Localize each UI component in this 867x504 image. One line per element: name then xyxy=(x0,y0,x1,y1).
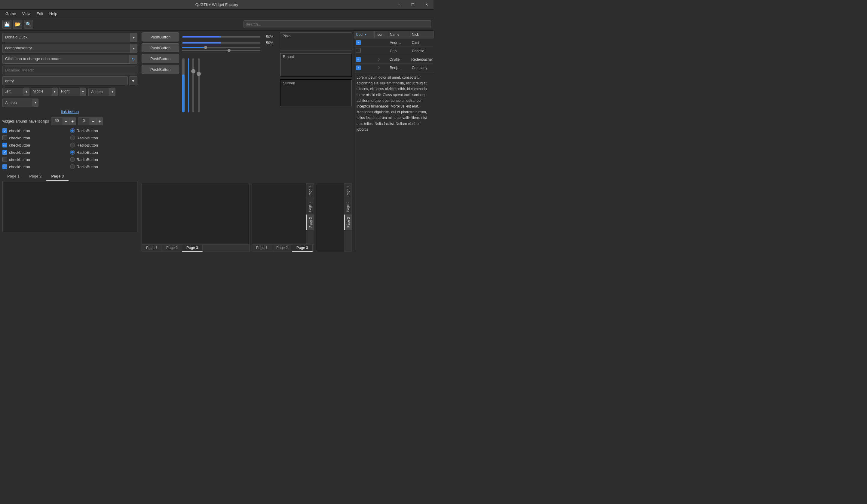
nb2-vtab-page3[interactable]: Page 3 xyxy=(306,215,314,230)
menu-view[interactable]: View xyxy=(19,10,33,17)
checkbox-3-box xyxy=(2,143,7,147)
h-slider-row-3 xyxy=(182,47,277,48)
nb1-tab-page2[interactable]: Page 2 xyxy=(162,244,182,252)
frame-sunken: Sunken xyxy=(280,79,352,106)
spinner1-minus[interactable]: − xyxy=(63,118,69,125)
radio-5[interactable]: RadioButton xyxy=(70,156,138,163)
radio-6-label: RadioButton xyxy=(77,165,98,169)
checkbox-2-box xyxy=(2,135,7,140)
th-icon[interactable]: Icon xyxy=(375,31,388,38)
td-cool-1 xyxy=(354,40,375,45)
lorem-text-area: Lorem ipsum dolor sit amet, consectetur … xyxy=(354,72,434,252)
cell-checkbox-3[interactable] xyxy=(356,57,361,62)
h-slider-fill-1 xyxy=(182,36,221,37)
checkbox-5-box xyxy=(2,157,7,162)
radio-1-label: RadioButton xyxy=(77,129,98,133)
frame-raised-label: Raised xyxy=(283,55,294,59)
entry-input[interactable] xyxy=(2,76,128,85)
td-name-4: Benj… xyxy=(388,66,410,70)
combo-donald[interactable]: Donald Duck xyxy=(2,33,130,42)
notebook-2-content xyxy=(252,183,306,244)
save-button[interactable]: 💾 xyxy=(2,20,11,29)
spinner2-minus[interactable]: − xyxy=(90,118,96,125)
spinner1-plus[interactable]: + xyxy=(69,118,76,125)
pushbutton-1[interactable]: PushButton xyxy=(142,32,179,42)
combo-middle-value[interactable]: Middle xyxy=(31,88,52,96)
menu-game[interactable]: Game xyxy=(2,10,19,17)
v-sliders-area xyxy=(182,55,277,121)
th-name[interactable]: Name xyxy=(388,31,410,38)
tab-page2[interactable]: Page 2 xyxy=(24,172,46,181)
nb1-tab-page1[interactable]: Page 1 xyxy=(142,244,162,252)
center-panel: PushButton PushButton PushButton PushBut… xyxy=(140,31,354,252)
link-button[interactable]: link button xyxy=(2,108,137,115)
nb2-tab-page1[interactable]: Page 1 xyxy=(252,244,272,252)
h-slider-fill-4 xyxy=(182,50,229,51)
checkbox-6[interactable]: checkbutton xyxy=(2,164,70,170)
combo-middle-arrow[interactable]: ▼ xyxy=(52,88,58,96)
echo-input[interactable]: Click icon to change echo mode xyxy=(2,55,129,64)
right-panel: Cool ▼ Icon Name Nick Andr… Cimi xyxy=(354,31,434,252)
notebook-2: Page 1 Page 2 Page 3 Page 1 Page 2 Page … xyxy=(251,183,314,252)
nb2-vtab-page2[interactable]: Page 2 xyxy=(306,199,314,215)
v-slider-2-line xyxy=(188,58,189,112)
combo-left-arrow[interactable]: ▼ xyxy=(23,88,30,96)
nb3-vtab-page3[interactable]: Page 3 xyxy=(344,215,352,230)
cell-checkbox-4[interactable] xyxy=(356,65,361,70)
combo-right-value[interactable]: Right xyxy=(59,88,80,96)
combo-donald-arrow[interactable]: ▼ xyxy=(130,33,137,42)
checkbox-1[interactable]: checkbutton xyxy=(2,128,70,134)
h-slider-track-3 xyxy=(182,47,260,48)
spinner2-plus[interactable]: + xyxy=(96,118,103,125)
nb2-tab-page3[interactable]: Page 3 xyxy=(292,244,313,252)
combo-andrea2-arrow[interactable]: ▼ xyxy=(32,99,39,107)
pushbutton-4[interactable]: PushButton xyxy=(142,65,179,74)
menu-help[interactable]: Help xyxy=(46,10,61,17)
checkbox-5[interactable]: checkbutton xyxy=(2,156,70,163)
combo-andrea2[interactable]: Andrea xyxy=(2,99,32,107)
tab-page3[interactable]: Page 3 xyxy=(46,172,68,181)
radio-6[interactable]: RadioButton xyxy=(70,164,138,170)
nb3-vtab-page2[interactable]: Page 2 xyxy=(344,199,352,215)
close-button[interactable]: ✕ xyxy=(420,0,434,10)
echo-button[interactable]: ↻ xyxy=(129,55,137,64)
nb3-vtab-page1[interactable]: Page 1 xyxy=(344,183,352,199)
cell-checkbox-2[interactable] xyxy=(356,48,361,53)
checkbox-3[interactable]: checkbutton xyxy=(2,142,70,148)
tab-page1[interactable]: Page 1 xyxy=(2,172,24,181)
maximize-button[interactable]: ❐ xyxy=(406,0,420,10)
search-input[interactable] xyxy=(244,20,431,28)
v-slider-3 xyxy=(192,55,194,121)
nb2-tab-page2[interactable]: Page 2 xyxy=(272,244,292,252)
combo-entry-arrow[interactable]: ▼ xyxy=(130,44,137,53)
combo-entry[interactable]: comboboxentry xyxy=(2,44,130,53)
combo-andrea1[interactable]: Andrea xyxy=(88,88,109,96)
combo-right-arrow[interactable]: ▼ xyxy=(80,88,86,96)
nb2-vtab-page1[interactable]: Page 1 xyxy=(306,183,314,199)
combo-andrea1-arrow[interactable]: ▼ xyxy=(109,88,116,96)
radio-1[interactable]: RadioButton xyxy=(70,128,138,134)
radio-3[interactable]: RadioButton xyxy=(70,142,138,148)
pushbutton-2[interactable]: PushButton xyxy=(142,43,179,52)
table-header: Cool ▼ Icon Name Nick xyxy=(354,31,434,39)
radio-4[interactable]: RadioButton xyxy=(70,149,138,155)
minimize-button[interactable]: − xyxy=(392,0,406,10)
entry-btn[interactable]: ▼ xyxy=(129,76,137,85)
notebook-3-content xyxy=(316,183,344,252)
pushbutton-3[interactable]: PushButton xyxy=(142,54,179,63)
th-cool[interactable]: Cool ▼ xyxy=(354,31,375,38)
cell-checkbox-1[interactable] xyxy=(356,40,361,45)
menu-edit[interactable]: Edit xyxy=(33,10,46,17)
checkbox-1-label: checkbutton xyxy=(9,129,30,133)
v-slider-3-thumb xyxy=(191,69,195,73)
th-nick[interactable]: Nick xyxy=(410,31,434,38)
checkbox-2[interactable]: checkbutton xyxy=(2,135,70,141)
radio-2[interactable]: RadioButton xyxy=(70,135,138,141)
search-tool-button[interactable]: 🔍 xyxy=(24,20,33,29)
radio-3-btn xyxy=(70,143,75,147)
nb1-tab-page3[interactable]: Page 3 xyxy=(182,244,203,252)
open-button[interactable]: 📂 xyxy=(13,20,22,29)
checkbox-2-label: checkbutton xyxy=(9,136,30,140)
checkbox-4[interactable]: checkbutton xyxy=(2,149,70,155)
combo-left-value[interactable]: Left xyxy=(2,88,23,96)
